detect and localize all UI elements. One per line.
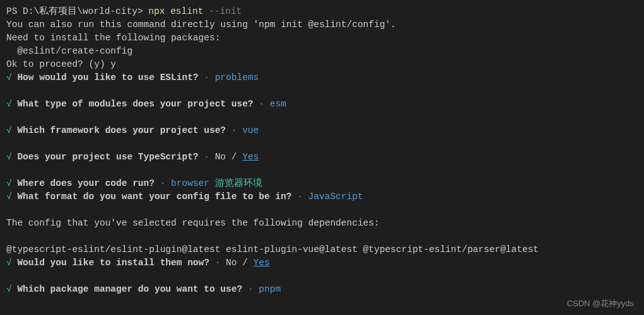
q5-answer: browser: [171, 178, 209, 188]
question-config-format: √ What format do you want your config fi…: [6, 190, 638, 203]
check-icon: √: [6, 99, 12, 109]
check-icon: √: [6, 125, 12, 135]
q1-answer: problems: [215, 72, 259, 83]
current-path: D:\私有项目\world-city: [23, 6, 138, 16]
q3-answer: vue: [242, 125, 259, 135]
proceed-prompt[interactable]: Ok to proceed? (y) y: [6, 58, 638, 71]
q2-text: What type of modules does your project u…: [12, 99, 254, 109]
separator: ·: [199, 152, 215, 162]
q7-slash: /: [237, 258, 253, 268]
blank-line: [6, 84, 638, 98]
command-npx: npx: [148, 6, 165, 16]
q4-no: No: [215, 152, 226, 162]
q4-text: Does your project use TypeScript?: [12, 152, 199, 162]
q3-text: Which framework does your project use?: [12, 125, 226, 135]
q6-answer: JavaScript: [308, 192, 363, 202]
info-alt-command: You can also run this command directly u…: [6, 18, 638, 32]
q7-yes: Yes: [254, 258, 270, 268]
q8-answer: pnpm: [259, 284, 281, 294]
check-icon: √: [6, 284, 12, 294]
question-install-now: √ Would you like to install them now? · …: [6, 256, 638, 270]
q5-annotation: 游览器环境: [209, 178, 262, 188]
command-eslint: eslint: [165, 6, 203, 16]
q4-yes: Yes: [242, 152, 259, 162]
ps-prefix: PS: [6, 6, 23, 16]
q7-text: Would you like to install them now?: [12, 258, 209, 268]
check-icon: √: [6, 72, 12, 83]
info-need-install: Need to install the following packages:: [6, 32, 638, 45]
separator: ·: [199, 72, 215, 83]
proceed-question: Ok to proceed? (y): [6, 59, 110, 69]
q5-text: Where does your code run?: [12, 178, 155, 188]
q8-text: Which package manager do you want to use…: [12, 284, 242, 294]
blank-line: [6, 111, 638, 124]
blank-line: [6, 230, 638, 243]
blank-line: [6, 137, 638, 151]
check-icon: √: [6, 178, 12, 188]
watermark: CSDN @花神yyds: [567, 298, 634, 310]
info-package-name: @eslint/create-config: [6, 45, 638, 58]
check-icon: √: [6, 192, 12, 202]
blank-line: [6, 164, 638, 177]
question-use-eslint: √ How would you like to use ESLint? · pr…: [6, 71, 638, 84]
command-flag-init: --init: [203, 6, 242, 16]
question-framework: √ Which framework does your project use?…: [6, 124, 638, 137]
q6-text: What format do you want your config file…: [12, 192, 292, 202]
question-typescript: √ Does your project use TypeScript? · No…: [6, 151, 638, 164]
prompt-suffix: >: [138, 6, 148, 16]
blank-line: [6, 270, 638, 283]
question-module-type: √ What type of modules does your project…: [6, 98, 638, 111]
q4-slash: /: [226, 152, 242, 162]
separator: ·: [242, 284, 259, 294]
separator: ·: [254, 99, 270, 109]
separator: ·: [291, 192, 308, 202]
proceed-answer: y: [110, 59, 116, 69]
separator: ·: [209, 258, 226, 268]
prompt-line[interactable]: PS D:\私有项目\world-city> npx eslint --init: [6, 5, 638, 18]
blank-line: [6, 203, 638, 217]
deps-list: @typescript-eslint/eslint-plugin@latest …: [6, 243, 638, 256]
deps-intro: The config that you've selected requires…: [6, 217, 638, 230]
check-icon: √: [6, 152, 12, 162]
q2-answer: esm: [270, 99, 286, 109]
question-code-run: √ Where does your code run? · browser 游览…: [6, 177, 638, 190]
check-icon: √: [6, 258, 12, 268]
q7-no: No: [226, 258, 237, 268]
separator: ·: [226, 125, 242, 135]
q1-text: How would you like to use ESLint?: [12, 72, 199, 83]
question-package-manager: √ Which package manager do you want to u…: [6, 283, 638, 296]
separator: ·: [155, 178, 171, 188]
